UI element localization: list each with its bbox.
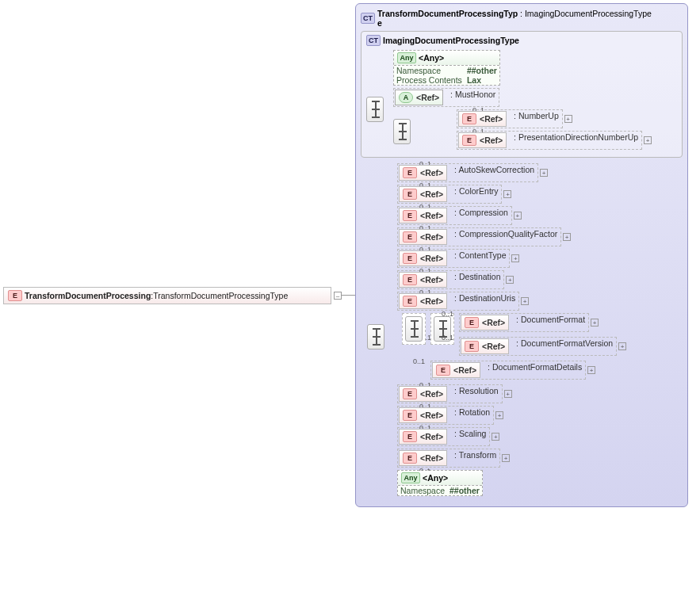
- element-name: : NumberUp: [511, 111, 560, 127]
- element-scaling[interactable]: E<Ref> : Scaling: [397, 427, 490, 446]
- element-badge-icon: E: [8, 290, 22, 301]
- element-badge-icon: E: [403, 167, 417, 178]
- cardinality: 0..1: [442, 310, 453, 318]
- element-badge-icon: E: [403, 253, 417, 264]
- any-badge-icon: Any: [401, 472, 420, 483]
- ref-label: <Ref>: [420, 275, 443, 285]
- element-number-up[interactable]: E<Ref> : NumberUp: [457, 109, 563, 128]
- element-badge-icon: E: [462, 135, 476, 146]
- element-resolution[interactable]: E<Ref> : Resolution: [397, 384, 503, 403]
- element-document-format-details[interactable]: E<Ref> : DocumentFormatDetails: [430, 361, 586, 380]
- ref-label: <Ref>: [420, 211, 443, 220]
- complex-type-badge-icon: CT: [366, 35, 381, 46]
- ref-label: <Ref>: [420, 254, 443, 263]
- ref-label: <Ref>: [420, 296, 443, 306]
- ref-label: <Ref>: [420, 189, 443, 199]
- expand-toggle-icon[interactable]: +: [514, 212, 522, 220]
- root-element[interactable]: E TransformDocumentProcessing : Transfor…: [3, 287, 331, 304]
- expand-toggle-icon[interactable]: +: [564, 115, 572, 123]
- expand-toggle-icon[interactable]: +: [511, 254, 519, 262]
- element-badge-icon: E: [403, 431, 417, 442]
- element-name: : DocumentFormat: [514, 315, 587, 330]
- any-label: <Any>: [419, 53, 444, 63]
- element-name: : DocumentFormatVersion: [514, 338, 615, 354]
- element-content-type[interactable]: E<Ref> : ContentType: [397, 249, 510, 268]
- any-properties: Namespace##other: [398, 486, 482, 495]
- element-transform[interactable]: E<Ref> : Transform: [397, 449, 500, 468]
- element-compression-quality-factor[interactable]: E<Ref> : CompressionQualityFactor: [397, 227, 561, 246]
- element-compression[interactable]: E<Ref> : Compression: [397, 206, 512, 225]
- complex-type-panel: CT TransformDocumentProcessingTyp : Imag…: [355, 3, 688, 507]
- element-badge-icon: E: [403, 274, 417, 285]
- element-name: : Scaling: [452, 429, 488, 445]
- any-label: <Any>: [423, 473, 448, 483]
- element-badge-icon: E: [465, 341, 479, 352]
- root-element-name: TransformDocumentProcessing: [25, 291, 151, 300]
- element-rotation[interactable]: E<Ref> : Rotation: [397, 406, 494, 425]
- element-name: : ColorEntry: [452, 186, 500, 202]
- connector: [341, 295, 355, 296]
- element-badge-icon: E: [403, 388, 417, 399]
- any-badge-icon: Any: [397, 52, 416, 63]
- element-color-entry[interactable]: E<Ref> : ColorEntry: [397, 185, 502, 204]
- expand-toggle-icon[interactable]: +: [521, 297, 529, 305]
- ref-label: <Ref>: [420, 432, 443, 441]
- sequence-compositor-icon[interactable]: [367, 324, 384, 349]
- element-document-format[interactable]: E<Ref> : DocumentFormat: [459, 313, 589, 332]
- cardinality: 0..1: [413, 357, 425, 365]
- expand-toggle-icon[interactable]: +: [506, 276, 514, 284]
- ref-label: <Ref>: [480, 136, 503, 145]
- expand-toggle-icon[interactable]: +: [502, 454, 510, 462]
- expand-toggle-icon[interactable]: +: [563, 233, 571, 241]
- complex-type-badge-icon: CT: [361, 13, 375, 24]
- expand-toggle-icon[interactable]: +: [540, 169, 548, 177]
- element-name: : Transform: [452, 450, 499, 466]
- ref-label: <Ref>: [420, 232, 443, 242]
- expand-toggle-icon[interactable]: +: [618, 342, 626, 350]
- sequence-compositor-icon[interactable]: [393, 119, 411, 144]
- extension-content: 0..1 E<Ref> : AutoSkewCorrection + 0..1 …: [361, 158, 683, 502]
- element-badge-icon: E: [462, 113, 476, 124]
- root-element-type: TransformDocumentProcessingType: [153, 291, 288, 300]
- sequence-compositor-icon[interactable]: [366, 97, 384, 122]
- any-element[interactable]: Any <Any> Namespace##other Process Conte…: [393, 50, 500, 86]
- ct-name-cont: e: [377, 18, 382, 28]
- element-name: : Rotation: [452, 407, 492, 423]
- element-badge-icon: E: [403, 189, 417, 200]
- ref-label: <Ref>: [420, 168, 443, 178]
- element-destination-uris[interactable]: E<Ref> : DestinationUris: [397, 292, 519, 311]
- ref-label: <Ref>: [480, 114, 503, 124]
- ct-base-type: ImagingDocumentProcessingType: [525, 9, 652, 18]
- expand-toggle-icon[interactable]: +: [495, 411, 503, 419]
- ref-label: <Ref>: [482, 342, 505, 351]
- element-badge-icon: E: [403, 210, 417, 221]
- expand-toggle-icon[interactable]: +: [644, 136, 652, 144]
- attribute-badge-icon: A: [399, 92, 413, 103]
- element-destination[interactable]: E<Ref> : Destination: [397, 270, 504, 289]
- any-element-ext[interactable]: Any <Any> Namespace##other: [397, 470, 483, 496]
- element-badge-icon: E: [403, 453, 417, 464]
- element-badge-icon: E: [465, 317, 479, 328]
- sequence-compositor-icon[interactable]: [405, 316, 423, 342]
- expand-toggle-icon[interactable]: +: [492, 433, 499, 441]
- base-type-panel: CT ImagingDocumentProcessingType Any <An…: [361, 31, 683, 158]
- expand-toggle-icon[interactable]: +: [591, 319, 599, 327]
- expand-toggle-icon[interactable]: +: [503, 190, 511, 198]
- ct-name: TransformDocumentProcessingTyp: [377, 9, 518, 18]
- ref-label: <Ref>: [420, 411, 443, 420]
- element-badge-icon: E: [436, 365, 450, 376]
- ref-label: <Ref>: [453, 365, 476, 375]
- element-presentation-direction-number-up[interactable]: E<Ref> : PresentationDirectionNumberUp: [457, 131, 642, 150]
- element-auto-skew-correction[interactable]: E<Ref> : AutoSkewCorrection: [397, 163, 538, 182]
- element-name: : Destination: [452, 272, 503, 288]
- element-name: : Resolution: [452, 386, 500, 402]
- expand-toggle-icon[interactable]: +: [504, 390, 512, 398]
- element-document-format-version[interactable]: E<Ref> : DocumentFormatVersion: [459, 337, 617, 356]
- ref-label: <Ref>: [482, 318, 505, 327]
- base-type-name: ImagingDocumentProcessingType: [383, 36, 519, 45]
- expand-toggle-icon[interactable]: +: [587, 366, 595, 374]
- collapse-toggle-icon[interactable]: –: [334, 292, 342, 300]
- ref-label: <Ref>: [420, 389, 443, 399]
- attribute-must-honor[interactable]: A <Ref> : MustHonor: [393, 88, 499, 107]
- attribute-name: : MustHonor: [448, 90, 498, 105]
